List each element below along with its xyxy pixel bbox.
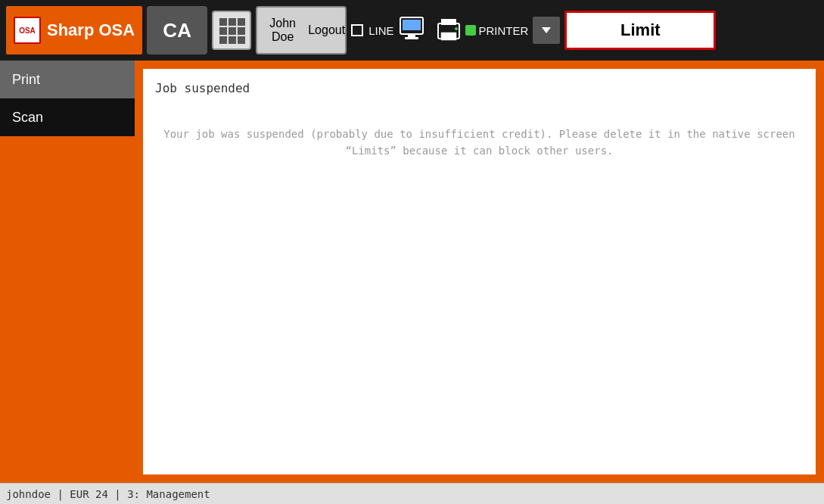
- job-suspended-title: Job suspended: [155, 81, 804, 95]
- limit-button[interactable]: Limit: [564, 11, 716, 50]
- svg-rect-6: [219, 36, 227, 44]
- line-checkbox[interactable]: [351, 24, 363, 36]
- grid-icon: [218, 17, 245, 44]
- svg-rect-14: [441, 19, 456, 25]
- svg-rect-11: [405, 37, 418, 39]
- header: OSA Sharp OSA CA John Doe Logout LINE: [0, 0, 824, 61]
- chevron-down-icon: [539, 23, 554, 38]
- sidebar: Print Scan: [0, 61, 135, 483]
- grid-button[interactable]: [212, 11, 251, 50]
- logout-button[interactable]: John Doe Logout: [256, 6, 347, 54]
- job-suspended-message: Your job was suspended (probably due to …: [155, 126, 804, 160]
- printer-label: PRINTER: [479, 24, 529, 37]
- svg-rect-2: [238, 18, 245, 26]
- sidebar-scan-label: Scan: [12, 110, 43, 126]
- app-logo-area: OSA Sharp OSA: [6, 6, 142, 54]
- logout-line1: John Doe: [257, 17, 308, 44]
- svg-rect-3: [219, 27, 227, 35]
- svg-point-16: [455, 27, 458, 30]
- logout-line2: Logout: [308, 23, 345, 37]
- printer-label-group: PRINTER: [465, 24, 529, 37]
- svg-marker-17: [542, 27, 551, 33]
- svg-rect-5: [238, 27, 245, 35]
- line-group: LINE: [351, 24, 393, 37]
- svg-rect-0: [219, 18, 227, 26]
- svg-rect-4: [229, 27, 236, 35]
- ca-button[interactable]: CA: [147, 6, 207, 54]
- svg-rect-10: [408, 34, 415, 37]
- line-label: LINE: [368, 24, 393, 37]
- dropdown-arrow-button[interactable]: [533, 17, 560, 44]
- content-panel: Job suspended Your job was suspended (pr…: [141, 67, 818, 477]
- osa-logo-icon: OSA: [14, 17, 41, 44]
- printer-status-indicator: [465, 25, 476, 36]
- svg-rect-1: [229, 18, 236, 26]
- svg-rect-8: [238, 36, 245, 44]
- sidebar-print-label: Print: [12, 72, 40, 88]
- printer-icons-group: [399, 16, 465, 45]
- content-area: Job suspended Your job was suspended (pr…: [135, 61, 824, 483]
- sidebar-item-print[interactable]: Print: [0, 61, 135, 98]
- svg-rect-15: [441, 33, 456, 40]
- statusbar: johndoe | EUR 24 | 3: Management: [0, 483, 824, 504]
- svg-rect-12: [403, 20, 421, 30]
- monitor-icon: [399, 16, 431, 45]
- status-text: johndoe | EUR 24 | 3: Management: [6, 488, 210, 500]
- main-area: Print Scan Job suspended Your job was su…: [0, 61, 824, 483]
- printer-icon: [434, 16, 465, 45]
- svg-rect-7: [229, 36, 236, 44]
- sidebar-item-scan[interactable]: Scan: [0, 98, 135, 136]
- app-title: Sharp OSA: [47, 20, 135, 40]
